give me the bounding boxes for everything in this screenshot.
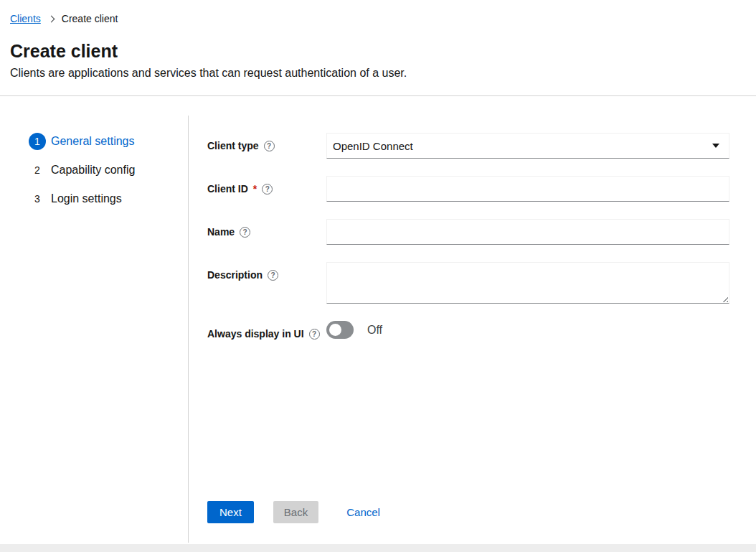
field-label-text: Always display in UI <box>207 328 304 340</box>
question-circle-icon[interactable] <box>264 141 275 151</box>
name-row: Name <box>207 219 729 245</box>
caret-down-icon <box>712 144 719 148</box>
step-number: 2 <box>29 162 46 179</box>
breadcrumb-link-clients[interactable]: Clients <box>10 13 41 24</box>
step-label: Capability config <box>51 164 135 177</box>
description-row: Description <box>207 262 729 304</box>
field-label-text: Description <box>207 269 263 281</box>
description-textarea-wrap <box>326 262 729 304</box>
client-id-input[interactable] <box>326 176 729 202</box>
client-type-selected-value: OpenID Connect <box>333 140 413 152</box>
cancel-button[interactable]: Cancel <box>346 501 380 523</box>
bottom-scrollbar-strip <box>0 544 756 552</box>
field-label-text: Client type <box>207 140 259 151</box>
page-subtitle: Clients are applications and services th… <box>10 67 745 80</box>
question-circle-icon[interactable] <box>268 270 278 281</box>
toggle-knob <box>329 324 341 336</box>
breadcrumb-current: Create client <box>62 13 118 24</box>
description-label: Description <box>207 262 326 281</box>
step-label: General settings <box>51 135 135 148</box>
always-display-row: Always display in UI Off <box>207 321 729 340</box>
always-display-label: Always display in UI <box>207 321 326 340</box>
wizard-step-capability-config[interactable]: 2 Capability config <box>29 162 188 179</box>
create-client-wizard: 1 General settings 2 Capability config 3… <box>0 116 756 543</box>
name-label: Name <box>207 219 326 238</box>
client-id-row: Client ID * <box>207 176 729 202</box>
toggle-state-label: Off <box>367 324 382 337</box>
wizard-stepper: 1 General settings 2 Capability config 3… <box>0 116 189 543</box>
field-label-text: Client ID <box>207 183 248 195</box>
field-label-text: Name <box>207 226 235 238</box>
step-number: 3 <box>29 190 46 207</box>
angle-right-icon <box>47 16 55 23</box>
next-button[interactable]: Next <box>207 501 254 523</box>
question-circle-icon[interactable] <box>309 329 320 340</box>
always-display-toggle-cell: Off <box>326 321 729 339</box>
wizard-step-general-settings[interactable]: 1 General settings <box>29 133 188 150</box>
breadcrumb: Clients Create client <box>0 0 756 24</box>
question-circle-icon[interactable] <box>240 227 250 238</box>
back-button[interactable]: Back <box>273 501 318 523</box>
step-number: 1 <box>29 133 46 150</box>
page-header: Create client Clients are applications a… <box>0 41 756 80</box>
client-id-label: Client ID * <box>207 176 326 195</box>
client-type-row: Client type OpenID Connect <box>207 133 729 159</box>
header-divider <box>0 95 756 96</box>
page-title: Create client <box>10 41 745 62</box>
name-input[interactable] <box>326 219 729 245</box>
required-indicator: * <box>253 183 257 195</box>
step-label: Login settings <box>51 192 122 205</box>
always-display-toggle[interactable] <box>326 321 354 339</box>
client-type-select[interactable]: OpenID Connect <box>326 133 729 159</box>
wizard-footer: Next Back Cancel <box>207 501 729 523</box>
client-type-label: Client type <box>207 133 326 151</box>
wizard-step-login-settings[interactable]: 3 Login settings <box>29 190 188 207</box>
description-textarea[interactable] <box>326 262 729 304</box>
general-settings-form: Client type OpenID Connect Client ID * N… <box>189 116 756 543</box>
question-circle-icon[interactable] <box>262 184 273 195</box>
